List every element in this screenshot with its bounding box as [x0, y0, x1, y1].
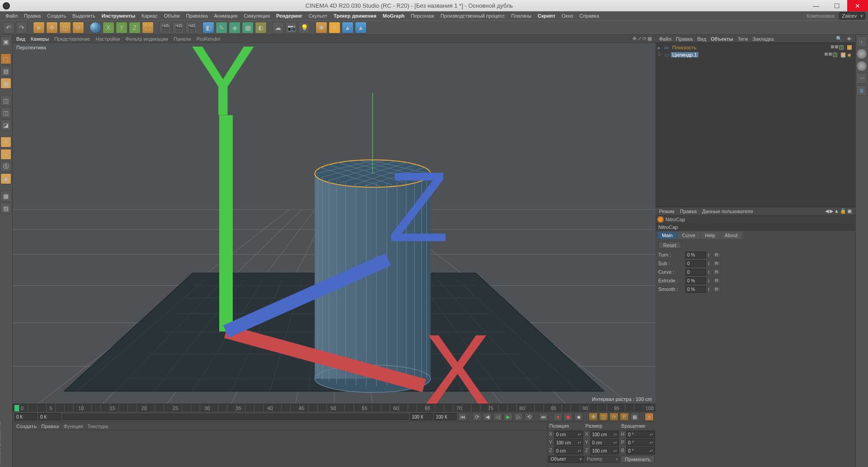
menu-Скульпт[interactable]: Скульпт [306, 12, 330, 19]
move-tool[interactable]: ✥ [46, 22, 58, 33]
key-pla[interactable]: ▦ [630, 413, 639, 421]
generator-array[interactable]: ▦ [242, 22, 254, 33]
redo-button[interactable]: ↷ [16, 22, 28, 33]
loop-toggle[interactable]: ⟳ [472, 413, 481, 421]
obj-enable[interactable] [839, 45, 844, 50]
generator-subdiv[interactable]: ◈ [229, 22, 241, 33]
vp-zoom-icon[interactable]: ⤢ [637, 36, 642, 42]
menu-Файл[interactable]: Файл [3, 12, 20, 19]
camera[interactable]: 📷 [285, 22, 297, 33]
timeline-menu[interactable]: ≡ [645, 413, 654, 421]
layout-dropdown[interactable]: Zaicev [839, 12, 865, 19]
menu-Правка[interactable]: Правка [21, 12, 43, 19]
brush-icon[interactable]: 〰 [856, 73, 867, 84]
attrmenu-Данные пользователя[interactable]: Данные пользователя [702, 209, 753, 214]
rotate-tool[interactable]: ⟳ [72, 22, 84, 33]
param-field[interactable]: 0 [685, 260, 706, 267]
attr-tab-Curve[interactable]: Curve [678, 232, 700, 239]
keyframe-sel[interactable]: ◆ [574, 413, 583, 421]
timeline-slider[interactable] [62, 414, 409, 420]
timeline-ruler[interactable]: 0510152025303540455055606570758085909510… [13, 404, 656, 412]
play-forward[interactable]: ▶ [504, 413, 513, 421]
light[interactable]: 💡 [298, 22, 310, 33]
current-frame-field[interactable]: 0 К [38, 413, 61, 420]
vis-render[interactable] [835, 45, 838, 48]
autokey[interactable]: ◉ [564, 413, 573, 421]
menu-Инструменты[interactable]: Инструменты [99, 12, 138, 19]
vp-menu-Представление[interactable]: Представление [54, 36, 90, 42]
vp-menu-Камеры[interactable]: Камеры [31, 36, 49, 42]
objmenu-Вид[interactable]: Вид [697, 36, 706, 42]
coord-system[interactable]: ⛶ [142, 22, 154, 33]
menu-Плагины[interactable]: Плагины [509, 12, 534, 19]
object-Плоскость[interactable]: ▸▭Плоскость [656, 44, 854, 51]
points-mode[interactable]: ◫ [0, 95, 11, 106]
menu-MoGraph[interactable]: MoGraph [380, 12, 407, 19]
mat-menu-Правка[interactable]: Правка [41, 424, 59, 429]
undo-button[interactable]: ↶ [3, 22, 14, 33]
play-back[interactable]: ◁ [493, 413, 502, 421]
plugin-tri2[interactable]: ▲ [355, 22, 367, 33]
coord-size-select[interactable]: Размер [585, 456, 620, 463]
vp-rotate-icon[interactable]: ⟳ [642, 36, 646, 42]
menu-Персонаж[interactable]: Персонаж [408, 12, 437, 19]
record-key[interactable]: ● [553, 413, 562, 421]
vp-menu-ProRender[interactable]: ProRender [196, 36, 220, 42]
rot-P[interactable]: 0 °▴▾ [626, 439, 655, 446]
key-param[interactable]: P [620, 413, 629, 421]
render-view[interactable]: 🎬 [159, 22, 171, 33]
make-editable[interactable]: ▣ [0, 36, 11, 47]
primitive-cube[interactable]: ◧ [203, 22, 214, 33]
workplane-snap[interactable]: ◆ [0, 173, 11, 184]
key-rot[interactable]: ⟳ [609, 413, 618, 421]
snap-enable[interactable]: Ⓢ [0, 161, 11, 172]
range-end-field[interactable]: 100 К [410, 413, 433, 420]
menu-Выделить[interactable]: Выделить [70, 12, 98, 19]
attr-back-icon[interactable]: ◀ [825, 208, 829, 214]
workplane-mode[interactable]: ▦ [0, 78, 11, 89]
vp-menu-Настройки[interactable]: Настройки [95, 36, 120, 42]
y-axis-lock[interactable]: Y [116, 22, 127, 33]
key-scale[interactable]: ◫ [599, 413, 608, 421]
menu-Привязка[interactable]: Привязка [183, 12, 210, 19]
attr-up-icon[interactable]: ▲ [834, 208, 839, 214]
coord-mode-select[interactable]: Объект [548, 456, 584, 463]
vp-layout-icon[interactable]: ▦ [647, 36, 652, 42]
pos-Y[interactable]: 100 cm▴▾ [554, 439, 583, 446]
attr-tab-Help[interactable]: Help [700, 232, 720, 239]
step-back[interactable]: ◀ [483, 413, 492, 421]
attrmenu-Режим[interactable]: Режим [659, 209, 675, 214]
reset-button[interactable]: Reset [658, 242, 681, 249]
recent-tool[interactable] [90, 22, 101, 33]
objmenu-Закладка[interactable]: Закладка [752, 36, 774, 42]
menu-Создать[interactable]: Создать [44, 12, 69, 19]
scale-tool[interactable]: ◫ [59, 22, 71, 33]
menu-Справка[interactable]: Справка [577, 12, 602, 19]
rot-H[interactable]: 0 °▴▾ [626, 431, 655, 438]
objmenu-Объекты[interactable]: Объекты [711, 36, 733, 42]
size-Y[interactable]: 0 cm▴▾ [590, 439, 619, 446]
param-reset[interactable]: R [712, 260, 721, 267]
size-X[interactable]: 100 cm▴▾ [590, 431, 619, 438]
vis-editor[interactable] [825, 52, 828, 56]
coord-apply-button[interactable]: Применить [621, 456, 655, 463]
attrmenu-Правка[interactable]: Правка [680, 209, 697, 214]
spline-pen[interactable]: ✎ [216, 22, 227, 33]
model-mode[interactable]: ▢ [0, 53, 11, 64]
objmenu-Правка[interactable]: Правка [676, 36, 693, 42]
param-reset[interactable]: R [712, 286, 721, 292]
object-tree[interactable]: ▸▭Плоскость└⬭Цилиндр.1▦✱ [656, 43, 855, 207]
sphere2-icon[interactable] [856, 61, 867, 71]
objmenu-Теги[interactable]: Теги [738, 36, 748, 42]
attr-tab-Main[interactable]: Main [657, 232, 677, 239]
mat-menu-Создать[interactable]: Создать [16, 424, 37, 429]
timeline-playhead[interactable] [14, 405, 19, 411]
objmgr-search-icon[interactable]: 🔍 [836, 36, 842, 42]
deformer[interactable]: ◐ [255, 22, 267, 33]
menu-Рендеринг[interactable]: Рендеринг [274, 12, 305, 19]
vis-editor[interactable] [831, 45, 834, 48]
scene-end-field[interactable]: 100 К [434, 413, 457, 420]
x-axis-lock[interactable]: X [103, 22, 114, 33]
objmenu-Файл[interactable]: Файл [659, 36, 671, 42]
attr-lock-icon[interactable]: 🔒 [840, 208, 846, 214]
